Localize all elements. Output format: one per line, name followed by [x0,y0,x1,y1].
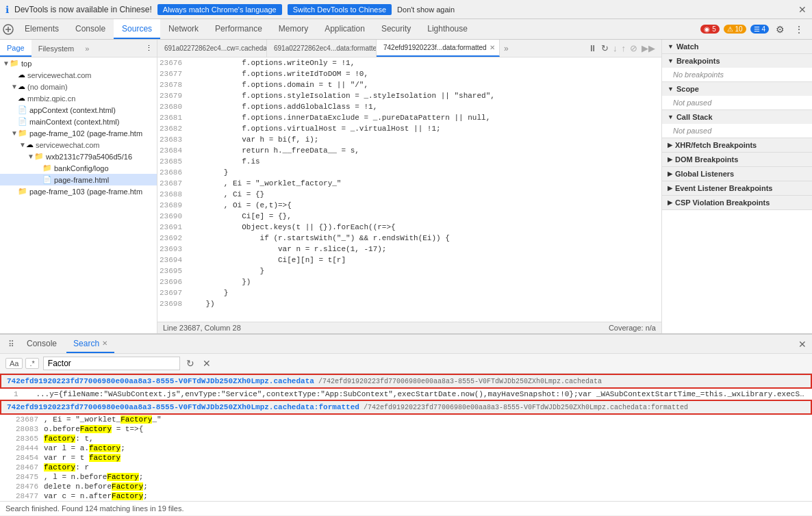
editor-tab-2[interactable]: 691a02272862ec4...data:formatted [267,40,377,57]
disable-button[interactable]: ▶▶ [639,43,657,53]
tab-security[interactable]: Security [373,19,419,39]
match-language-button[interactable]: Always match Chrome's language [157,4,282,15]
file-tree-tab-page[interactable]: Page [0,40,31,57]
code-line-23681[interactable]: 23681 f.options.innerDataExclude = _.pur… [157,112,661,123]
right-section-header-7[interactable]: ▶Event Listener Breakpoints [662,181,812,195]
bottom-tab-search[interactable]: Search ✕ [66,335,114,353]
code-result-28444[interactable]: 28444 var l = a.factory; [0,443,812,453]
code-line-23684[interactable]: 23684 return h.__freeData__ = s, [157,145,661,156]
right-section-header-5[interactable]: ▶DOM Breakpoints [662,153,812,166]
editor-tab-close[interactable]: ✕ [490,44,495,51]
right-section-header-1[interactable]: ▼Breakpoints [662,54,812,68]
code-result-28476[interactable]: 28476 delete n.beforeFactory; [0,482,812,491]
deactivate-button[interactable]: ⊘ [628,43,639,53]
right-section-header-0[interactable]: ▼Watch [662,40,812,53]
search-match-line-1[interactable]: 1 ...y={fileName:"WASubContext.js",envTy… [0,389,812,400]
right-section-header-2[interactable]: ▼Scope [662,82,812,96]
right-section-header-3[interactable]: ▼Call Stack [662,110,812,124]
tree-item-2[interactable]: ▼☁(no domain) [0,81,157,92]
right-section-header-8[interactable]: ▶CSP Violation Breakpoints [662,196,812,209]
tab-console[interactable]: Console [67,19,114,39]
section-arrow-3: ▼ [668,114,674,120]
code-line-23683[interactable]: 23683 var h = bi(f, i); [157,134,661,145]
code-line-23697[interactable]: 23697 } [157,287,661,298]
tree-item-6[interactable]: ▼📁page-frame_102 (page-frame.htm [0,127,157,139]
tab-memory[interactable]: Memory [270,19,316,39]
tree-item-11[interactable]: 📁page-frame_103 (page-frame.htm [0,185,157,197]
tree-item-0[interactable]: ▼📁top [0,57,157,69]
code-result-28467[interactable]: 28467 factory: r [0,463,812,472]
code-line-23677[interactable]: 23677 f.options.writeIdToDOM = !0, [157,68,661,79]
code-line-23691[interactable]: 23691 Object.keys(t || {}).forEach((r=>{ [157,222,661,233]
code-line-23688[interactable]: 23688 , Ci = {} [157,189,661,200]
step-out-button[interactable]: ↑ [620,43,629,53]
file-tree-tab-more[interactable]: » [81,40,93,57]
tree-item-9[interactable]: 📁bankConfig/logo [0,162,157,174]
code-line-23687[interactable]: 23687 , Ei = "_worklet_factory_" [157,178,661,189]
editor-tab-3-active[interactable]: 742efd91920223f...data:formatted ✕ [377,40,500,57]
pause-button[interactable]: ⏸ [586,43,599,53]
code-result-28365[interactable]: 28365 factory: t, [0,434,812,443]
notification-close-button[interactable]: ✕ [798,4,807,15]
line-content-23695: } [188,266,264,276]
editor-tab-1[interactable]: 691a02272862ec4...cw=.cachedata [157,40,267,57]
code-line-23696[interactable]: 23696 }) [157,276,661,287]
tree-item-10[interactable]: 📄page-frame.html [0,174,157,185]
bottom-tab-console[interactable]: Console [20,335,64,353]
file-tree-tab-filesystem[interactable]: Filesystem [31,40,81,57]
tree-item-5[interactable]: 📄mainContext (context.html) [0,116,157,127]
code-result-28083[interactable]: 28083 o.beforeFactory = t=>{ [0,424,812,434]
step-over-button[interactable]: ↻ [599,43,611,53]
tab-elements[interactable]: Elements [16,19,67,39]
line-number-23684: 23684 [157,145,188,156]
dont-show-button[interactable]: Don't show again [397,5,455,14]
code-result-28454[interactable]: 28454 var r = t factory [0,453,812,463]
refresh-search-button[interactable]: ↻ [184,358,196,369]
clear-search-button[interactable]: ✕ [201,358,213,369]
tab-performance[interactable]: Performance [207,19,270,39]
code-result-28475[interactable]: 28475 , l = n.beforeFactory; [0,472,812,482]
line-number-23688: 23688 [157,189,188,200]
settings-button[interactable]: ⚙ [773,23,787,36]
line-number-23683: 23683 [157,134,188,145]
search-tab-close[interactable]: ✕ [102,339,107,347]
search-file-header-2[interactable]: 742efd91920223fd77006980e00aa8a3-8555-V0… [0,400,812,415]
code-line-23676[interactable]: 23676 f.options.writeOnly = !1, [157,57,661,68]
bottom-close-button[interactable]: ✕ [798,339,807,350]
case-sensitive-button[interactable]: Aa [5,358,23,369]
file-tree-menu-button[interactable]: ⋮ [141,40,157,57]
tree-item-4[interactable]: 📄appContext (context.html) [0,104,157,116]
code-line-23698[interactable]: 23698 }) [157,298,661,309]
code-line-23693[interactable]: 23693 var n = r.slice(1, -17); [157,244,661,255]
tree-item-1[interactable]: ☁servicewechat.com [0,69,157,81]
code-line-23695[interactable]: 23695 } [157,266,661,276]
search-input[interactable] [43,357,180,370]
editor-tab-more[interactable]: » [500,40,513,57]
code-line-23678[interactable]: 23678 f.options.domain = t || "/", [157,79,661,90]
step-into-button[interactable]: ↓ [611,43,620,53]
code-line-23692[interactable]: 23692 if (r.startsWith("_") && r.endsWit… [157,233,661,244]
code-line-23686[interactable]: 23686 } [157,167,661,178]
code-result-23687[interactable]: 23687 , Ei = "_worklet_Factory_" [0,415,812,424]
code-result-28477[interactable]: 28477 var c = n.afterFactory; [0,491,812,501]
code-line-23690[interactable]: 23690 Ci[e] = {}, [157,211,661,222]
code-line-23682[interactable]: 23682 f.options.virtualHost = _.virtualH… [157,123,661,134]
code-line-23694[interactable]: 23694 Ci[e][n] = t[r] [157,255,661,266]
tree-item-7[interactable]: ▼☁servicewechat.com [0,139,157,151]
code-line-23689[interactable]: 23689 , Oi = (e,t)=>{ [157,200,661,211]
tab-sources[interactable]: Sources [114,19,160,39]
tab-lighthouse[interactable]: Lighthouse [419,19,476,39]
regex-button[interactable]: .* [25,358,38,369]
right-section-header-4[interactable]: ▶XHR/fetch Breakpoints [662,138,812,152]
code-line-23685[interactable]: 23685 f.is [157,156,661,167]
tab-application[interactable]: Application [316,19,373,39]
code-line-23680[interactable]: 23680 f.options.addGlobalClass = !1, [157,101,661,112]
search-file-header-1[interactable]: 742efd91920223fd77006980e00aa8a3-8555-V0… [0,374,812,389]
tree-item-8[interactable]: ▼📁wxb2131c779a5406d5/16 [0,151,157,162]
switch-chinese-button[interactable]: Switch DevTools to Chinese [288,4,392,15]
code-line-23679[interactable]: 23679 f.options.styleIsolation = _.style… [157,90,661,101]
tab-network[interactable]: Network [160,19,207,39]
tree-item-3[interactable]: ☁mmbiz.qpic.cn [0,92,157,104]
right-section-header-6[interactable]: ▶Global Listeners [662,167,812,181]
more-tabs-button[interactable]: ⋮ [791,23,807,36]
